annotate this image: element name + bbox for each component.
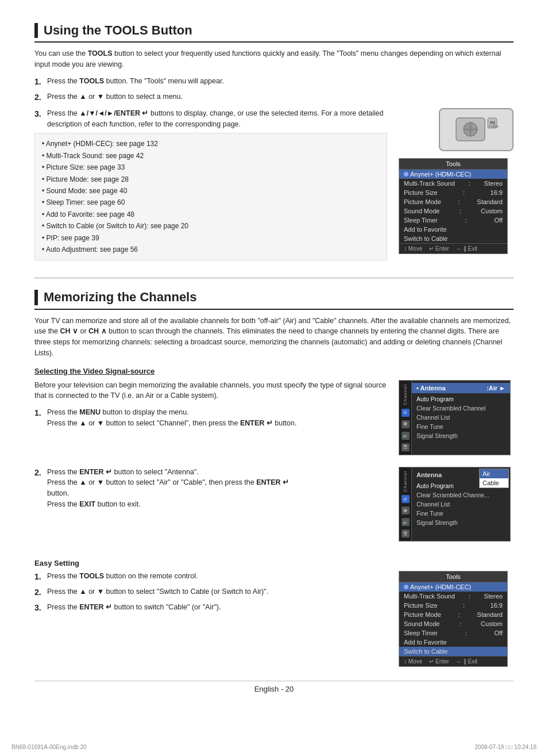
step-text-1: Press the TOOLS button. The "Tools" menu… — [47, 76, 224, 88]
channel-content-2: Antenna : Auto Program Clear Scrambled C… — [412, 467, 510, 542]
ch-menu-clear-1: Clear Scrambled Channel — [412, 404, 510, 413]
sidebar-icon-list: ☰ — [402, 443, 410, 451]
tools-menu-2-title: Tools — [399, 571, 507, 582]
easy-setting-heading: Easy Setting — [34, 559, 514, 567]
sleep-colon-2: : — [465, 630, 467, 636]
mem-step-num-2: 2. — [34, 467, 47, 510]
channel-panel-2-wrapper: Channel ⊙ ⚙ 🔉 ☰ Antenna : Auto Program — [399, 467, 514, 548]
tools-row-fav-2: Add to Favorite — [399, 638, 507, 647]
bullet-item: Sound Mode: see page 40 — [42, 185, 380, 197]
sidebar-icon-gear: ⚙ — [402, 420, 410, 428]
smode-value-2: Custom — [481, 620, 503, 627]
picture-mode-label: Picture Mode — [404, 198, 441, 205]
tools-row-switch: Switch to Cable — [399, 234, 507, 243]
easy-step-num-1: 1. — [34, 571, 47, 583]
sound-colon: : — [469, 180, 470, 187]
bullet-item: Sleep Timer: see page 60 — [42, 197, 380, 208]
tools-col-right: RE TURN Tools Anynet+ (HDMI-CEC) Multi-T… — [399, 108, 514, 260]
footer-move: ↕ Move — [404, 245, 422, 252]
step-text-2: Press the ▲ or ▼ button to select a menu… — [47, 91, 183, 103]
smode-colon-2: : — [460, 620, 461, 627]
doc-date: 2008-07-18 □□ 10:24:18 — [474, 744, 537, 750]
mem-col-right: Channel ⊙ ⚙ 🔉 ☰ • Antenna :Air ► Auto Pr… — [399, 380, 514, 548]
mem-two-col: Before your television can begin memoriz… — [34, 380, 514, 548]
dropdown-cable[interactable]: Cable — [480, 478, 508, 488]
sidebar-icon-search-2: ⊙ — [402, 495, 410, 503]
easy-step-num-2: 2. — [34, 586, 47, 598]
tools-section-title: Using the TOOLS Button — [44, 23, 192, 38]
sidebar-icons-col-2: Channel ⊙ ⚙ 🔉 ☰ — [399, 467, 412, 542]
ch-menu-list-1: Channel List — [412, 413, 510, 422]
sub-heading-video-signal: Selecting the Video Signal-source — [34, 367, 514, 375]
antenna-dropdown[interactable]: Air Cable — [479, 469, 509, 488]
tools-row-smode-2: Sound Mode : Custom — [399, 619, 507, 628]
bullet-item: Switch to Cable (or Switch to Air): see … — [42, 220, 380, 232]
tools-row-favorite: Add to Favorite — [399, 225, 507, 234]
bullet-item: Add to Favorite: see page 48 — [42, 209, 380, 220]
picture-mode-value: Standard — [477, 198, 503, 205]
channel-antenna-row-1: • Antenna :Air ► — [412, 383, 510, 393]
sidebar-icon-search: ⊙ — [402, 409, 410, 417]
tools-section-header: Using the TOOLS Button — [34, 23, 514, 43]
remote-svg: RE TURN — [453, 115, 499, 144]
mem-sub-intro: Before your television can begin memoriz… — [34, 380, 387, 402]
tools-row-switch-2: Switch to Cable — [399, 647, 507, 656]
step-text-3: Press the ▲/▼/◄/►/ENTER ↵ buttons to dis… — [47, 108, 387, 130]
mem-section-header: Memorizing the Channels — [34, 290, 514, 309]
easy-step-3: 3. Press the ENTER ↵ button to switch "C… — [34, 602, 387, 614]
section-divider — [34, 278, 514, 278]
doc-footer: BN68-01691A-00Eng.indb 20 2008-07-18 □□ … — [0, 744, 548, 750]
sleep-colon: : — [465, 217, 467, 224]
tools-row-sound: Multi-Track Sound : Stereo — [399, 179, 507, 188]
easy-setting-steps: 1. Press the TOOLS button on the remote … — [34, 571, 387, 667]
sidebar-icons-col-1: Channel ⊙ ⚙ 🔉 ☰ — [399, 381, 412, 455]
sound-mode-colon: : — [460, 208, 461, 214]
pmode-colon-2: : — [458, 611, 460, 618]
sound-colon-2: : — [469, 593, 470, 600]
tools-step-1: 1. Press the TOOLS button. The "Tools" m… — [34, 76, 514, 88]
tools-row-sound-mode: Sound Mode : Custom — [399, 206, 507, 216]
ch-menu-auto-prog-1: Auto Program — [412, 394, 510, 404]
mem-step-text-1: Press the MENU button to display the men… — [47, 407, 296, 429]
easy-step-1: 1. Press the TOOLS button on the remote … — [34, 571, 387, 583]
easy-setting-section: Easy Setting 1. Press the TOOLS button o… — [34, 559, 514, 667]
tools-footer: ↕ Move ↵ Enter ← ‖ Exit — [399, 243, 507, 254]
tools-menu-2: Tools Anynet+ (HDMI-CEC) Multi-Track Sou… — [399, 571, 508, 667]
step-num-1: 1. — [34, 76, 47, 88]
ch-menu-signal-1: Signal Strength — [412, 431, 510, 440]
channel-content-1: • Antenna :Air ► Auto Program Clear Scra… — [412, 381, 510, 455]
ch-menu-fine-2: Fine Tune — [412, 509, 510, 518]
easy-step-text-1: Press the TOOLS button on the remote con… — [47, 571, 198, 583]
picture-size-label: Picture Size — [404, 189, 438, 196]
remote-image: RE TURN — [439, 108, 514, 151]
anynet-label-2: Anynet+ (HDMI-CEC) — [404, 584, 471, 590]
psize-colon-2: : — [463, 602, 465, 609]
mem-step-num-1: 1. — [34, 407, 47, 429]
bullet-item: Picture Size: see page 33 — [42, 162, 380, 173]
mem-col-left: Before your television can begin memoriz… — [34, 380, 387, 548]
sound-label-2: Multi-Track Sound — [404, 593, 455, 600]
ch-menu-fine-1: Fine Tune — [412, 422, 510, 431]
sound-value-2: Stereo — [484, 593, 503, 600]
tools-intro: You can use the TOOLS button to select y… — [34, 48, 514, 70]
ch-menu-signal-2: Signal Strength — [412, 518, 510, 527]
tools-row-picture-mode: Picture Mode : Standard — [399, 197, 507, 206]
channel-label-1: Channel — [403, 384, 408, 405]
sleep-label: Sleep Timer — [404, 217, 438, 224]
tools-row-sound-2: Multi-Track Sound : Stereo — [399, 592, 507, 601]
tools-two-col: 3. Press the ▲/▼/◄/►/ENTER ↵ buttons to … — [34, 108, 514, 260]
tools-menu-title: Tools — [399, 159, 507, 170]
tools-row-psize-2: Picture Size : 16:9 — [399, 601, 507, 610]
picture-size-value: 16:9 — [491, 189, 503, 196]
channel-panel-1-wrapper: Channel ⊙ ⚙ 🔉 ☰ • Antenna :Air ► Auto Pr… — [399, 380, 514, 461]
page-footer: English - 20 — [34, 681, 514, 697]
sleep-value-2: Off — [495, 630, 503, 636]
svg-text:RE: RE — [490, 121, 496, 125]
sidebar-icon-list-2: ☰ — [402, 529, 410, 538]
tools-footer-2: ↕ Move ↵ Enter ← ‖ Exit — [399, 656, 507, 666]
section-bar-2 — [34, 290, 38, 305]
easy-step-text-3: Press the ENTER ↵ button to switch "Cabl… — [47, 602, 221, 614]
dropdown-air[interactable]: Air — [480, 469, 508, 478]
bullet-item: PIP: see page 39 — [42, 232, 380, 244]
easy-step-2: 2. Press the ▲ or ▼ button to select "Sw… — [34, 586, 387, 598]
